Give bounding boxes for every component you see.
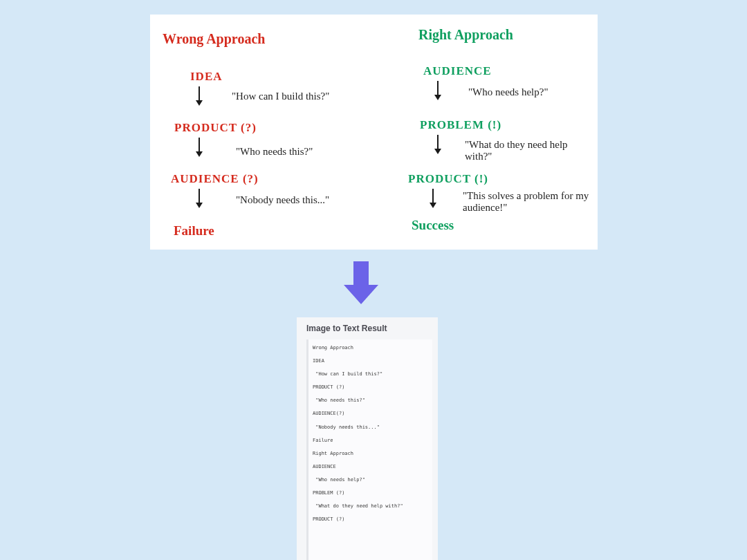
left-step-1-label: IDEA	[190, 70, 223, 84]
result-line: "Who needs this?"	[313, 398, 428, 404]
right-step-1-quote: "Who needs help?"	[468, 86, 548, 98]
result-header: Image to Text Result	[297, 317, 438, 339]
left-title: Wrong Approach	[163, 31, 265, 47]
result-line: PRODUCT (?)	[313, 384, 428, 391]
right-step-1-label: AUDIENCE	[423, 64, 492, 78]
result-line: "What do they need help with?"	[313, 503, 428, 510]
result-line: "How can I build this?"	[313, 371, 428, 377]
result-line: "Nobody needs this..."	[313, 424, 428, 431]
arrow-down-icon	[199, 86, 200, 104]
right-outcome: Success	[412, 218, 454, 233]
whiteboard-diagram: Wrong Approach IDEA "How can I build thi…	[150, 15, 598, 250]
result-text-block: Wrong ApproachIDEA "How can I build this…	[306, 339, 432, 560]
result-line: PROBLEM (?)	[313, 490, 428, 496]
result-line: Right Approach	[313, 451, 428, 457]
result-line: Wrong Approach	[313, 345, 428, 351]
right-step-2-quote: "What do they need help with?"	[465, 139, 582, 162]
left-step-3-label: AUDIENCE (?)	[171, 172, 259, 186]
result-line: PRODUCT (?)	[313, 516, 428, 523]
right-step-3-label: PRODUCT (!)	[408, 172, 488, 186]
left-outcome: Failure	[174, 223, 214, 239]
result-line: AUDIENCE(?)	[313, 411, 428, 417]
result-line: AUDIENCE	[313, 464, 428, 470]
ocr-result-panel: Image to Text Result Wrong ApproachIDEA …	[297, 317, 438, 560]
right-step-2-label: PROBLEM (!)	[420, 118, 501, 132]
result-line: IDEA	[313, 358, 428, 364]
arrow-down-icon	[432, 189, 434, 207]
big-down-arrow-icon	[344, 261, 378, 304]
right-title: Right Approach	[418, 27, 513, 43]
arrow-down-icon	[437, 81, 439, 99]
arrow-down-icon	[199, 189, 200, 207]
arrow-down-icon	[437, 135, 439, 153]
left-step-3-quote: "Nobody needs this..."	[236, 194, 329, 206]
left-step-1-quote: "How can I build this?"	[232, 91, 329, 102]
left-step-2-label: PRODUCT (?)	[174, 121, 257, 135]
left-step-2-quote: "Who needs this?"	[236, 146, 313, 158]
right-step-3-quote: "This solves a problem for my audience!"	[463, 190, 591, 213]
result-line: Failure	[313, 438, 428, 444]
arrow-down-icon	[199, 138, 200, 156]
result-line: "Who needs help?"	[313, 477, 428, 483]
